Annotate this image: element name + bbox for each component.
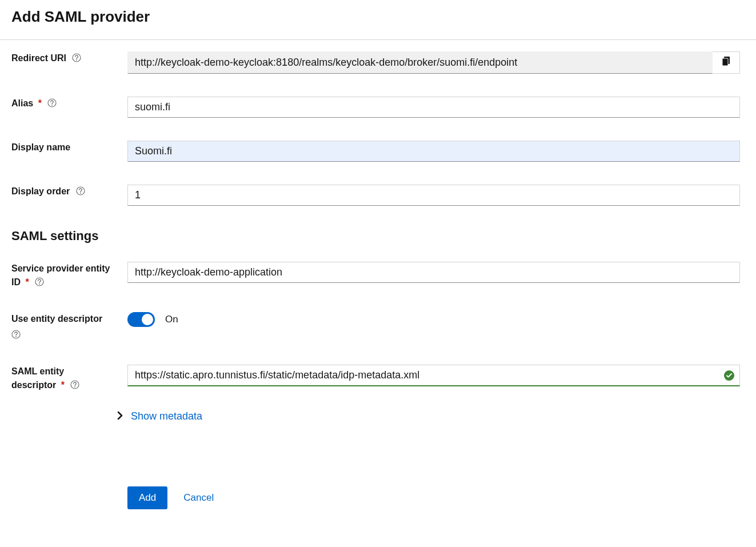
svg-rect-3 [722,58,728,66]
use-entity-descriptor-toggle[interactable] [127,312,155,327]
required-mark: * [25,277,29,287]
label-text: descriptor [11,380,56,390]
help-icon[interactable] [47,98,57,107]
required-mark: * [61,380,65,390]
chevron-right-icon[interactable] [117,412,123,422]
page: Add SAML provider Redirect URI http://ke… [0,0,756,547]
alias-input[interactable] [127,97,740,118]
toggle-state-label: On [165,314,178,325]
row-display-order: Display order [11,185,740,206]
saml-entity-descriptor-input[interactable] [127,365,740,386]
label-text: ID [11,277,21,287]
label-redirect-uri: Redirect URI [11,51,127,65]
help-icon[interactable] [72,53,81,62]
row-display-name: Display name [11,141,740,162]
label-text: Use entity descriptor [11,314,102,324]
check-circle-icon [724,370,734,381]
page-title: Add SAML provider [0,0,756,40]
row-saml-entity-descriptor: SAML entity descriptor * [11,365,740,392]
label-display-name: Display name [11,141,127,154]
label-saml-entity-descriptor: SAML entity descriptor * [11,365,127,392]
sp-entity-id-input[interactable] [127,262,740,283]
add-button[interactable]: Add [127,486,167,509]
section-saml-settings: SAML settings [11,229,740,243]
label-text: Redirect URI [11,53,66,63]
row-show-metadata: Show metadata [11,415,740,454]
form: Redirect URI http://keycloak-demo-keyclo… [0,40,756,532]
label-text: SAML entity [11,366,64,376]
label-use-entity-descriptor: Use entity descriptor [11,312,127,342]
label-sp-entity-id: Service provider entity ID * [11,262,127,289]
help-icon[interactable] [76,186,85,195]
help-icon[interactable] [70,380,79,389]
help-icon[interactable] [35,277,44,286]
display-order-input[interactable] [127,185,740,206]
row-redirect-uri: Redirect URI http://keycloak-demo-keyclo… [11,51,740,74]
redirect-uri-field: http://keycloak-demo-keycloak:8180/realm… [127,51,713,74]
row-sp-entity-id: Service provider entity ID * [11,262,740,289]
label-text: Display order [11,186,70,196]
label-text: Service provider entity [11,263,110,273]
row-actions: Add Cancel [11,486,740,509]
cancel-button[interactable]: Cancel [183,492,214,504]
display-name-input[interactable] [127,141,740,162]
label-display-order: Display order [11,185,127,198]
label-text: Alias [11,98,33,108]
help-icon[interactable] [11,329,21,338]
label-alias: Alias * [11,97,127,110]
label-text: Display name [11,142,70,152]
row-use-entity-descriptor: Use entity descriptor On [11,312,740,342]
copy-icon [722,57,731,69]
show-metadata-link[interactable]: Show metadata [131,410,202,422]
required-mark: * [38,98,42,108]
copy-button[interactable] [713,51,740,74]
row-alias: Alias * [11,97,740,118]
